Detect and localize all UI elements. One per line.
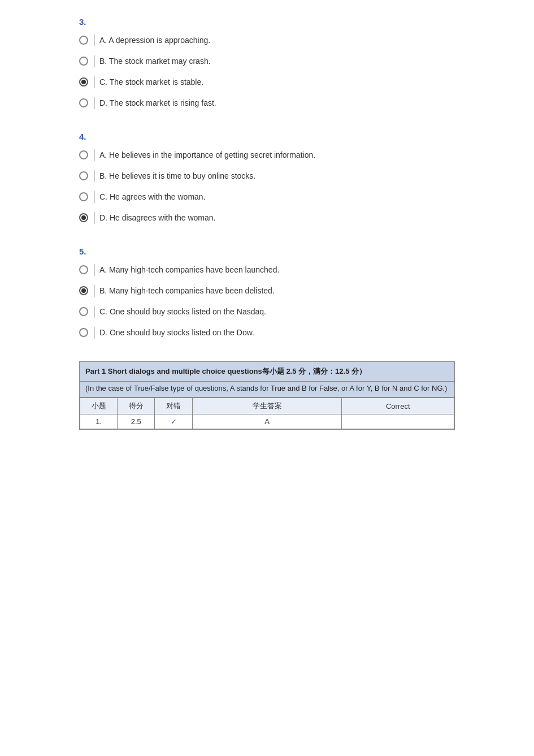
radio-4-a[interactable] <box>79 150 88 159</box>
question-3-option-d[interactable]: D. The stock market is rising fast. <box>79 97 455 109</box>
radio-3-b[interactable] <box>79 57 88 66</box>
radio-3-d[interactable] <box>79 98 88 107</box>
option-5-c-text: C. One should buy stocks listed on the N… <box>94 306 266 318</box>
row-1-answer: A <box>192 414 342 429</box>
row-1-correct <box>342 414 454 429</box>
option-4-c-text: C. He agrees with the woman. <box>94 191 206 203</box>
col-header-student-answer: 学生答案 <box>192 398 342 414</box>
option-3-c-text: C. The stock market is stable. <box>94 76 203 88</box>
summary-part-label: Part 1 Short dialogs and multiple choice… <box>85 367 262 375</box>
page: 3. A. A depression is approaching. B. Th… <box>0 0 534 756</box>
option-3-d-text: D. The stock market is rising fast. <box>94 97 216 109</box>
question-4-number: 4. <box>79 132 455 141</box>
question-5: 5. A. Many high-tech companies have been… <box>79 247 455 339</box>
question-4: 4. A. He believes in the importance of g… <box>79 132 455 224</box>
col-header-question-num: 小题 <box>80 398 118 414</box>
question-5-option-b[interactable]: B. Many high-tech companies have been de… <box>79 285 455 297</box>
question-4-option-d[interactable]: D. He disagrees with the woman. <box>79 212 455 224</box>
question-3-option-b[interactable]: B. The stock market may crash. <box>79 55 455 67</box>
radio-4-d[interactable] <box>79 213 88 222</box>
option-5-a-text: A. Many high-tech companies have been la… <box>94 264 279 276</box>
row-1-num: 1. <box>80 414 118 429</box>
radio-5-a[interactable] <box>79 265 88 274</box>
col-header-correct-wrong: 对错 <box>155 398 192 414</box>
question-5-option-c[interactable]: C. One should buy stocks listed on the N… <box>79 306 455 318</box>
radio-3-a[interactable] <box>79 36 88 45</box>
summary-header: Part 1 Short dialogs and multiple choice… <box>80 362 454 382</box>
option-5-d-text: D. One should buy stocks listed on the D… <box>94 327 254 339</box>
summary-table-header-row: 小题 得分 对错 学生答案 Correct <box>80 398 454 414</box>
radio-3-c[interactable] <box>79 77 88 87</box>
check-icon: ✓ <box>171 417 177 426</box>
summary-note: (In the case of True/False type of quest… <box>80 382 454 398</box>
question-3: 3. A. A depression is approaching. B. Th… <box>79 17 455 109</box>
question-5-option-a[interactable]: A. Many high-tech companies have been la… <box>79 264 455 276</box>
question-5-number: 5. <box>79 247 455 256</box>
question-3-number: 3. <box>79 17 455 27</box>
question-3-option-c[interactable]: C. The stock market is stable. <box>79 76 455 88</box>
option-5-b-text: B. Many high-tech companies have been de… <box>94 285 275 297</box>
option-4-d-text: D. He disagrees with the woman. <box>94 212 215 224</box>
radio-4-c[interactable] <box>79 192 88 201</box>
col-header-score: 得分 <box>118 398 155 414</box>
row-1-score: 2.5 <box>118 414 155 429</box>
summary-table: 小题 得分 对错 学生答案 Correct <box>80 398 454 429</box>
option-3-b-text: B. The stock market may crash. <box>94 55 211 67</box>
radio-5-d[interactable] <box>79 328 88 337</box>
question-4-option-c[interactable]: C. He agrees with the woman. <box>79 191 455 203</box>
question-4-option-a[interactable]: A. He believes in the importance of gett… <box>79 149 455 161</box>
question-4-option-b[interactable]: B. He believes it is time to buy online … <box>79 170 455 182</box>
question-3-option-a[interactable]: A. A depression is approaching. <box>79 34 455 46</box>
radio-5-b[interactable] <box>79 286 88 295</box>
option-4-b-text: B. He believes it is time to buy online … <box>94 170 255 182</box>
col-header-correct: Correct <box>342 398 454 414</box>
summary-box: Part 1 Short dialogs and multiple choice… <box>79 361 455 430</box>
row-1-check: ✓ <box>155 414 192 429</box>
summary-row-1: 1. 2.5 ✓ A <box>80 414 454 429</box>
option-4-a-text: A. He believes in the importance of gett… <box>94 149 315 161</box>
radio-4-b[interactable] <box>79 171 88 180</box>
summary-score-info: 每小题 2.5 分，满分：12.5 分） <box>262 367 366 375</box>
question-5-option-d[interactable]: D. One should buy stocks listed on the D… <box>79 327 455 339</box>
radio-5-c[interactable] <box>79 307 88 316</box>
option-3-a-text: A. A depression is approaching. <box>94 34 210 46</box>
